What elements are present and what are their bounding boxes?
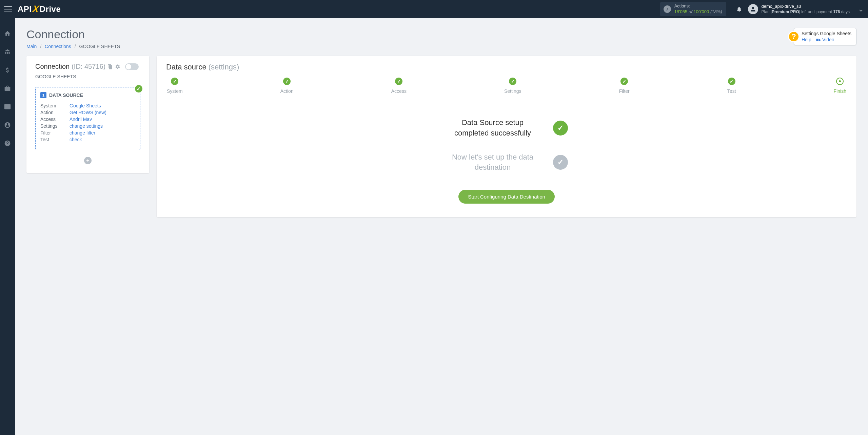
- connection-id: (ID: 45716): [72, 63, 105, 70]
- step-action[interactable]: ✓Action: [280, 78, 294, 94]
- connection-card: Connection (ID: 45716) GOOGLE SHEETS ✓ 1…: [26, 56, 149, 173]
- step-done-icon: ✓: [283, 78, 291, 85]
- data-source-box[interactable]: ✓ 1 DATA SOURCE SystemGoogle SheetsActio…: [35, 87, 140, 150]
- ds-row-value[interactable]: check: [70, 137, 82, 142]
- ds-row: SystemGoogle Sheets: [40, 103, 135, 108]
- check-icon: ✓: [135, 85, 142, 92]
- logo[interactable]: APIXDrive: [18, 4, 61, 15]
- ds-row: AccessAndrii Mav: [40, 117, 135, 122]
- breadcrumb-connections[interactable]: Connections: [45, 44, 71, 49]
- step-finish[interactable]: Finish: [834, 78, 846, 94]
- settings-title: Data source (settings): [166, 63, 847, 71]
- step-label: Action: [280, 88, 294, 94]
- ds-row-value[interactable]: Andrii Mav: [70, 117, 92, 122]
- ds-row-key: Test: [40, 137, 70, 142]
- help-panel: ? Settings Google Sheets Help ■▸Video: [794, 28, 856, 45]
- chevron-down-icon[interactable]: ⌄: [858, 5, 864, 14]
- step-label: Access: [391, 88, 407, 94]
- video-icon: ■▸: [816, 37, 821, 42]
- ds-row-key: Action: [40, 110, 70, 115]
- settings-card: Data source (settings) ✓System✓Action✓Ac…: [157, 56, 856, 217]
- main-content: Connection Main / Connections / GOOGLE S…: [15, 18, 868, 227]
- sidebar-tools[interactable]: [0, 83, 15, 94]
- status-complete: Data Source setup completed successfully…: [445, 118, 568, 139]
- ds-number: 1: [40, 92, 46, 98]
- gear-icon[interactable]: [115, 64, 120, 69]
- bell-icon[interactable]: [733, 3, 745, 15]
- ds-row-value[interactable]: change settings: [70, 123, 103, 129]
- ds-row: Filterchange filter: [40, 130, 135, 136]
- sidebar-account[interactable]: [0, 120, 15, 130]
- check-icon: ✓: [553, 121, 568, 136]
- top-bar: APIXDrive i Actions: 18'055 of 100'000 (…: [0, 0, 868, 18]
- sidebar-home[interactable]: [0, 28, 15, 39]
- sidebar: [0, 18, 15, 227]
- actions-counter[interactable]: i Actions: 18'055 of 100'000 (18%): [660, 2, 726, 16]
- step-system[interactable]: ✓System: [167, 78, 183, 94]
- actions-pct: (18%): [710, 9, 722, 14]
- status-next: Now let's set up the data destination ✓: [445, 152, 568, 173]
- actions-total: 100'000: [693, 9, 709, 14]
- sidebar-connections[interactable]: [0, 47, 15, 57]
- breadcrumb: Main / Connections / GOOGLE SHEETS: [26, 44, 120, 49]
- help-title: Settings Google Sheets: [802, 31, 851, 36]
- step-label: Test: [727, 88, 736, 94]
- connection-toggle[interactable]: [125, 63, 139, 70]
- step-settings[interactable]: ✓Settings: [504, 78, 521, 94]
- step-done-icon: ✓: [620, 78, 628, 85]
- actions-used: 18'055: [674, 9, 688, 14]
- progress-steps: ✓System✓Action✓Access✓Settings✓Filter✓Te…: [166, 78, 847, 94]
- start-destination-button[interactable]: Start Configuring Data Destination: [458, 190, 555, 204]
- sidebar-video[interactable]: [0, 102, 15, 112]
- ds-row-value[interactable]: Get ROWS (new): [70, 110, 106, 115]
- step-done-icon: ✓: [395, 78, 402, 85]
- help-link[interactable]: Help: [802, 37, 811, 42]
- ds-row-value[interactable]: Google Sheets: [70, 103, 101, 108]
- actions-label: Actions:: [674, 3, 722, 9]
- ds-row: Testcheck: [40, 137, 135, 142]
- user-menu[interactable]: demo_apix-drive_s3 Plan |Premium PRO| le…: [748, 4, 864, 15]
- step-access[interactable]: ✓Access: [391, 78, 407, 94]
- step-filter[interactable]: ✓Filter: [619, 78, 630, 94]
- ds-title: DATA SOURCE: [49, 92, 83, 98]
- info-icon: i: [664, 5, 671, 13]
- ds-row-key: System: [40, 103, 70, 108]
- step-done-icon: ✓: [171, 78, 178, 85]
- ds-row: Settingschange settings: [40, 123, 135, 129]
- step-label: Finish: [834, 88, 846, 94]
- ds-row: ActionGet ROWS (new): [40, 110, 135, 115]
- ds-row-key: Filter: [40, 130, 70, 136]
- page-title: Connection: [26, 28, 120, 41]
- breadcrumb-main[interactable]: Main: [26, 44, 37, 49]
- step-current-icon: [836, 78, 844, 85]
- sidebar-help[interactable]: [0, 138, 15, 148]
- breadcrumb-current: GOOGLE SHEETS: [79, 44, 120, 49]
- step-done-icon: ✓: [728, 78, 735, 85]
- video-link[interactable]: Video: [822, 37, 834, 42]
- connection-subtitle: GOOGLE SHEETS: [35, 74, 140, 82]
- ds-row-key: Settings: [40, 123, 70, 129]
- copy-icon[interactable]: [107, 64, 113, 69]
- status-next-text: Now let's set up the data destination: [445, 152, 540, 173]
- user-name: demo_apix-drive_s3: [762, 4, 850, 9]
- hamburger-icon[interactable]: [4, 6, 12, 12]
- step-label: Settings: [504, 88, 521, 94]
- check-icon: ✓: [553, 155, 568, 170]
- ds-row-value[interactable]: change filter: [70, 130, 95, 136]
- connection-title: Connection: [35, 63, 70, 70]
- add-destination-button[interactable]: +: [84, 157, 92, 164]
- step-test[interactable]: ✓Test: [727, 78, 736, 94]
- sidebar-billing[interactable]: [0, 65, 15, 75]
- status-complete-text: Data Source setup completed successfully: [445, 118, 540, 139]
- step-label: System: [167, 88, 183, 94]
- avatar-icon: [748, 4, 758, 14]
- help-icon[interactable]: ?: [788, 31, 800, 42]
- step-done-icon: ✓: [509, 78, 516, 85]
- ds-row-key: Access: [40, 117, 70, 122]
- step-label: Filter: [619, 88, 630, 94]
